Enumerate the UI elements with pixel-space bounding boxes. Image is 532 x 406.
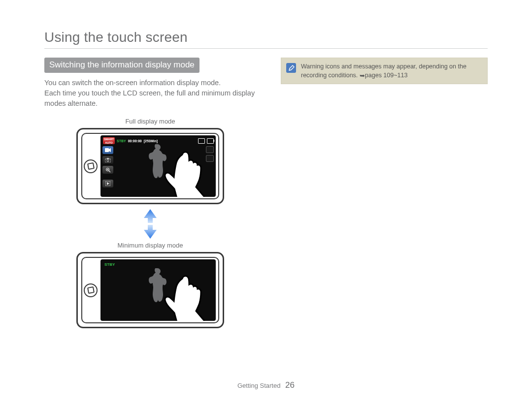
smart-auto-badge: SMART AUTO bbox=[103, 137, 115, 144]
page-title: Using the touch screen bbox=[44, 30, 488, 45]
svg-line-5 bbox=[109, 171, 110, 172]
hud-topbar: SMART AUTO STBY 00:00:00 [253Min] bbox=[103, 137, 214, 144]
info-note: Warning icons and messages may appear, d… bbox=[281, 58, 488, 84]
stby-indicator-min: STBY bbox=[104, 262, 115, 267]
playback-icon bbox=[102, 180, 113, 187]
svg-rect-0 bbox=[105, 148, 109, 152]
divider bbox=[44, 48, 488, 49]
page-footer: Getting Started 26 bbox=[0, 380, 532, 390]
home-button-icon bbox=[84, 283, 98, 297]
body-text: You can switch the on-screen information… bbox=[44, 78, 256, 109]
svg-point-2 bbox=[107, 159, 109, 161]
note-text: Warning icons and messages may appear, d… bbox=[301, 62, 482, 80]
card-icon bbox=[198, 138, 205, 144]
battery-icon bbox=[207, 138, 214, 144]
photo-mode-icon bbox=[102, 156, 113, 164]
manual-page: Using the touch screen Switching the inf… bbox=[0, 0, 532, 406]
stby-indicator: STBY bbox=[117, 139, 126, 143]
section-heading: Switching the information display mode bbox=[44, 58, 200, 73]
device-full-mode: SMART AUTO STBY 00:00:00 [253Min] bbox=[76, 128, 224, 204]
svg-rect-3 bbox=[107, 158, 109, 159]
video-mode-icon bbox=[102, 146, 113, 154]
caption-min-mode: Minimum display mode bbox=[118, 242, 183, 249]
device-min-mode: STBY bbox=[76, 252, 224, 328]
timecode: 00:00:00 bbox=[128, 139, 142, 143]
page-ref-arrow-icon: ➥ bbox=[360, 71, 365, 80]
note-pencil-icon bbox=[286, 63, 296, 73]
hud-side-buttons bbox=[102, 146, 113, 187]
zoom-icon bbox=[102, 166, 113, 174]
smart-auto-label1: SMART bbox=[104, 138, 114, 141]
left-column: Switching the information display mode Y… bbox=[44, 58, 256, 332]
swap-arrow-icon bbox=[143, 209, 158, 239]
note-page-ref: pages 109~113 bbox=[365, 72, 408, 79]
footer-page-number: 26 bbox=[285, 380, 295, 390]
home-button-icon bbox=[84, 159, 98, 173]
touch-hand-icon bbox=[159, 270, 216, 321]
caption-full-mode: Full display mode bbox=[125, 118, 175, 125]
device-illustrations: Full display mode SMART AUTO STBY 00:00:… bbox=[44, 118, 256, 332]
smart-auto-label2: AUTO bbox=[105, 141, 112, 144]
lcd-min: STBY bbox=[100, 259, 216, 321]
right-column: Warning icons and messages may appear, d… bbox=[281, 58, 488, 332]
lcd-full: SMART AUTO STBY 00:00:00 [253Min] bbox=[100, 135, 216, 197]
remaining-time: [253Min] bbox=[144, 139, 158, 143]
footer-section: Getting Started bbox=[237, 382, 280, 389]
touch-hand-icon bbox=[159, 146, 216, 197]
content-columns: Switching the information display mode Y… bbox=[44, 58, 488, 332]
